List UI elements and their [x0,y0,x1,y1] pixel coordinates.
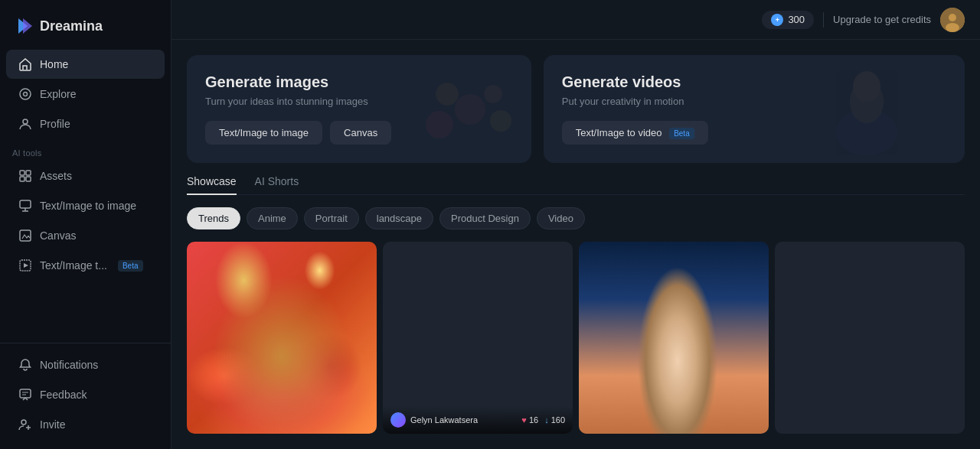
sidebar-bottom: Notifications Feedback Invite [0,343,171,440]
invite-icon [18,418,32,431]
svg-point-1 [24,93,28,96]
tab-ai-shorts[interactable]: AI Shorts [255,175,299,195]
sidebar-item-invite-label: Invite [40,418,65,431]
filter-row: Trends Anime Portrait landscape Product … [187,207,965,229]
home-icon [18,57,32,71]
sidebar-item-text-image-label: Text/Image to image [40,200,136,212]
svg-rect-6 [26,177,31,181]
main-content: + 300 Upgrade to get credits [172,0,980,449]
filter-anime[interactable]: Anime [247,207,298,229]
heart-icon: ♥ [521,415,527,425]
svg-rect-7 [20,200,31,208]
header: + 300 Upgrade to get credits [172,0,980,40]
sidebar-item-canvas-label: Canvas [40,229,76,242]
text-image-icon [18,199,32,213]
main-nav: Home Explore Profile AI tools As [0,49,171,343]
explore-icon [18,87,32,101]
sidebar-item-notifications-label: Notifications [40,359,98,371]
gallery-overlay-portrait: Gelyn Lakwatsera ♥ 16 ↓ 160 [383,406,573,434]
sidebar-item-explore[interactable]: Explore [6,80,165,109]
svg-rect-4 [26,171,31,175]
svg-rect-3 [20,171,24,175]
sidebar-item-feedback[interactable]: Feedback [6,380,165,409]
video-btn-beta: Beta [669,128,694,139]
generate-images-card: Generate images Turn your ideas into stu… [187,55,531,163]
svg-point-15 [455,94,485,125]
sidebar-item-assets-label: Assets [40,170,72,182]
avatar-image [940,8,965,32]
downloads-stat: ↓ 160 [544,415,565,425]
credits-badge: + 300 [762,11,814,29]
cards-row: Generate images Turn your ideas into stu… [187,55,965,163]
tabs-row: Showcase AI Shorts [187,175,965,195]
sidebar: Dreamina Home Explore Profile AI tools [0,0,172,449]
likes-count: 16 [529,415,538,425]
svg-point-14 [946,23,959,32]
sidebar-item-profile-label: Profile [40,118,70,130]
generate-videos-buttons: Text/Image to video Beta [562,121,946,145]
downloads-count: 160 [551,415,565,425]
sidebar-item-home[interactable]: Home [6,50,165,79]
sidebar-item-notifications[interactable]: Notifications [6,350,165,379]
sidebar-item-home-label: Home [40,58,68,70]
avatar[interactable] [940,8,965,32]
text-video-beta-badge: Beta [118,260,143,272]
user-avatar [390,412,406,428]
overlay-stats: ♥ 16 ↓ 160 [521,415,565,425]
svg-rect-5 [20,177,24,181]
header-divider [823,12,824,28]
sidebar-item-invite[interactable]: Invite [6,410,165,439]
generate-videos-card: Generate videos Put your creativity in m… [544,55,965,163]
gallery: Gelyn Lakwatsera ♥ 16 ↓ 160 [187,242,965,434]
sidebar-item-assets[interactable]: Assets [6,161,165,190]
text-video-icon [18,259,32,272]
sidebar-item-text-video[interactable]: Text/Image t... Beta [6,251,165,280]
svg-point-16 [436,83,459,106]
content-area: Generate images Turn your ideas into stu… [172,40,980,449]
filter-product-design[interactable]: Product Design [439,207,531,229]
logo-area: Dreamina [0,9,171,49]
logo-icon [12,15,34,37]
gallery-item-portrait[interactable]: Gelyn Lakwatsera ♥ 16 ↓ 160 [383,242,573,434]
tab-showcase[interactable]: Showcase [187,175,237,195]
feedback-icon [18,388,32,402]
card-bg-person [762,55,965,163]
likes-stat: ♥ 16 [521,415,538,425]
sidebar-item-text-video-label: Text/Image t... [40,259,107,272]
ai-tools-section-label: AI tools [0,139,171,161]
svg-point-17 [484,85,502,103]
svg-point-13 [949,14,956,21]
app-name: Dreamina [40,18,103,34]
svg-rect-10 [20,389,31,398]
canvas-icon [18,229,32,242]
text-image-to-video-button[interactable]: Text/Image to video Beta [562,121,708,145]
upgrade-button[interactable]: Upgrade to get credits [833,14,931,25]
credits-icon: + [771,14,783,26]
gallery-item-cat[interactable] [775,242,965,434]
svg-point-22 [853,71,880,102]
download-icon: ↓ [544,415,549,425]
svg-point-2 [23,119,28,124]
notifications-icon [18,358,32,372]
svg-point-0 [20,89,31,99]
sidebar-item-text-image[interactable]: Text/Image to image [6,191,165,220]
card-bg-flowers [394,55,531,163]
sidebar-item-canvas[interactable]: Canvas [6,221,165,250]
profile-icon [18,117,32,131]
sidebar-item-explore-label: Explore [40,88,76,100]
filter-portrait[interactable]: Portrait [304,207,359,229]
gallery-item-giraffe[interactable] [187,242,377,434]
filter-video[interactable]: Video [537,207,585,229]
filter-trends[interactable]: Trends [187,207,240,229]
sidebar-item-profile[interactable]: Profile [6,109,165,138]
gallery-item-woman[interactable] [579,242,769,434]
generate-images-buttons: Text/Image to image Canvas [205,121,513,145]
canvas-button[interactable]: Canvas [330,121,391,145]
assets-icon [18,169,32,183]
video-btn-label: Text/Image to video [576,127,662,138]
text-image-to-image-button[interactable]: Text/Image to image [205,121,322,145]
overlay-username: Gelyn Lakwatsera [410,415,517,425]
svg-point-11 [21,420,26,425]
sidebar-item-feedback-label: Feedback [40,389,87,401]
filter-landscape[interactable]: landscape [365,207,433,229]
